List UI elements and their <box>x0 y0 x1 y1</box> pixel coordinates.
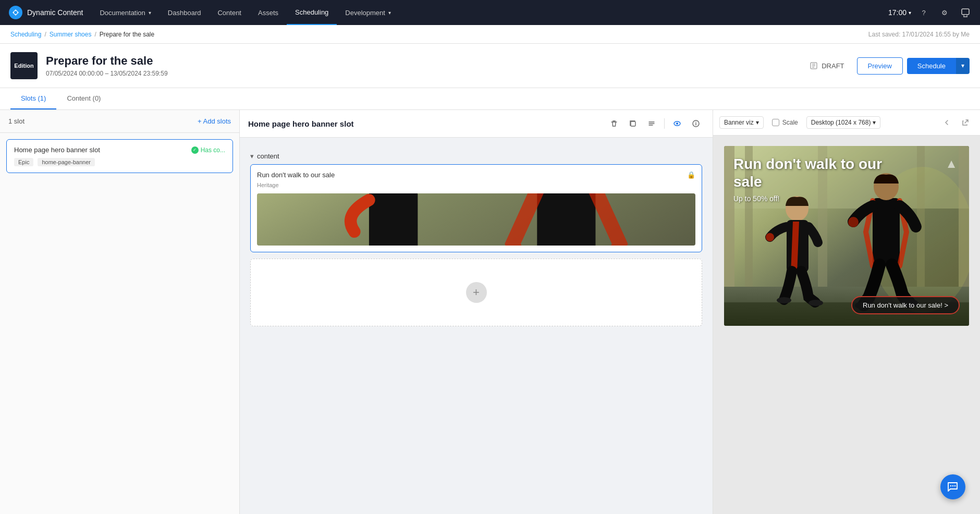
header-right: DRAFT Preview Schedule ▾ <box>801 57 970 75</box>
center-panel-header: Home page hero banner slot <box>240 110 713 138</box>
left-panel-header: 1 slot + Add slots <box>0 110 239 133</box>
schedule-button[interactable]: Schedule <box>907 58 956 74</box>
tab-slots[interactable]: Slots (1) <box>10 88 56 109</box>
section-arrow-icon: ▾ <box>250 152 254 160</box>
viz-select[interactable]: Banner viz ▾ <box>719 116 764 129</box>
action-divider <box>664 118 665 129</box>
scale-checkbox[interactable] <box>772 119 779 126</box>
nav-content[interactable]: Content <box>209 0 250 25</box>
list-icon[interactable] <box>643 115 660 132</box>
external-link-icon[interactable] <box>957 114 974 131</box>
content-cards: Run don't walk to our sale 🔒 Heritage <box>250 164 702 326</box>
breadcrumb: Scheduling / Summer shoes / Prepare for … <box>10 31 154 38</box>
eye-icon[interactable] <box>669 115 685 132</box>
edition-badge: Edition <box>10 52 38 79</box>
nav-assets[interactable]: Assets <box>250 0 287 25</box>
time-arrow-icon: ▾ <box>909 10 911 16</box>
chat-bubble-button[interactable] <box>940 474 965 499</box>
content-card-image <box>257 193 695 246</box>
user-icon[interactable] <box>957 4 974 21</box>
svg-rect-8 <box>631 121 635 126</box>
svg-rect-2 <box>962 9 969 15</box>
breadcrumb-current: Prepare for the sale <box>100 31 154 38</box>
preview-banner: Run don't walk to our sale Up to 50% off… <box>724 146 969 326</box>
section-label: content <box>257 152 279 160</box>
lock-icon: 🔒 <box>687 171 695 179</box>
settings-icon[interactable]: ⚙ <box>936 4 953 21</box>
svg-rect-17 <box>257 193 695 246</box>
breadcrumb-bar: Scheduling / Summer shoes / Prepare for … <box>0 25 980 44</box>
center-slot-title: Home page hero banner slot <box>248 119 354 128</box>
svg-point-49 <box>950 485 951 486</box>
add-content-card[interactable]: + <box>250 259 702 326</box>
right-panel-header: Banner viz ▾ Scale Desktop (1024 x 768) … <box>713 110 980 136</box>
svg-point-51 <box>954 485 956 486</box>
desktop-select[interactable]: Desktop (1024 x 768) ▾ <box>806 116 881 129</box>
has-co-indicator: Has co... <box>191 146 225 154</box>
last-saved-text: Last saved: 17/01/2024 16:55 by Me <box>868 31 970 38</box>
slot-tag-epic: Epic <box>14 158 33 166</box>
content-card-item[interactable]: Run don't walk to our sale 🔒 Heritage <box>250 164 702 252</box>
center-content: ▾ content Run don't walk to our sale 🔒 H… <box>240 138 713 514</box>
preview-area: Run don't walk to our sale Up to 50% off… <box>713 136 980 514</box>
nav-time: 17:00 ▾ <box>888 8 911 17</box>
slot-card[interactable]: Home page hero banner slot Has co... Epi… <box>6 139 233 173</box>
content-card-title: Run don't walk to our sale <box>257 171 335 179</box>
breadcrumb-sep1: / <box>44 31 46 38</box>
scale-toggle[interactable]: Scale <box>768 117 802 128</box>
banner-text: Run don't walk to our sale Up to 50% off… <box>733 155 890 203</box>
slot-tags: Epic home-page-banner <box>14 158 225 166</box>
slot-card-header: Home page hero banner slot Has co... <box>14 146 225 154</box>
nav-right: 17:00 ▾ ? ⚙ <box>888 4 974 21</box>
breadcrumb-sep2: / <box>94 31 96 38</box>
schedule-arrow-button[interactable]: ▾ <box>956 58 970 74</box>
add-slots-button[interactable]: + Add slots <box>198 117 231 125</box>
breadcrumb-scheduling[interactable]: Scheduling <box>10 31 41 38</box>
svg-point-42 <box>777 297 791 303</box>
draft-status: DRAFT <box>801 57 852 75</box>
back-icon[interactable] <box>938 114 955 131</box>
nav-development[interactable]: Development ▾ <box>337 0 399 25</box>
page-title: Prepare for the sale <box>46 54 168 68</box>
preview-button[interactable]: Preview <box>857 57 903 75</box>
right-panel: Banner viz ▾ Scale Desktop (1024 x 768) … <box>713 110 980 514</box>
nav-scheduling[interactable]: Scheduling <box>287 0 337 25</box>
desktop-arrow-icon: ▾ <box>873 119 876 126</box>
header-left: Edition Prepare for the sale 07/05/2024 … <box>10 52 168 79</box>
svg-point-50 <box>952 485 953 486</box>
svg-rect-25 <box>537 193 595 246</box>
content-section: ▾ content Run don't walk to our sale 🔒 H… <box>250 148 702 326</box>
arrow-decoration: ▲ <box>945 156 958 171</box>
has-co-dot <box>191 146 199 154</box>
help-icon[interactable]: ? <box>915 4 932 21</box>
top-nav: Dynamic Content Documentation ▾ Dashboar… <box>0 0 980 25</box>
app-logo[interactable]: Dynamic Content <box>6 5 91 20</box>
info-icon[interactable] <box>688 115 704 132</box>
slot-count: 1 slot <box>8 117 24 125</box>
svg-rect-3 <box>964 15 967 17</box>
svg-point-41 <box>766 233 774 241</box>
nav-documentation[interactable]: Documentation ▾ <box>91 0 159 25</box>
svg-rect-21 <box>369 193 418 246</box>
right-panel-icons <box>938 114 974 131</box>
draft-icon <box>809 61 818 70</box>
svg-point-1 <box>14 11 17 14</box>
page-dates: 07/05/2024 00:00:00 – 13/05/2024 23:59:5… <box>46 70 168 77</box>
svg-point-13 <box>676 123 678 125</box>
svg-point-46 <box>848 217 859 227</box>
nav-dashboard[interactable]: Dashboard <box>160 0 210 25</box>
section-toggle[interactable]: ▾ content <box>250 148 702 164</box>
add-content-button[interactable]: + <box>466 282 487 303</box>
nav-items: Documentation ▾ Dashboard Content Assets… <box>91 0 888 25</box>
delete-icon[interactable] <box>606 115 622 132</box>
nav-doc-arrow: ▾ <box>149 10 151 16</box>
page-header: Edition Prepare for the sale 07/05/2024 … <box>0 44 980 88</box>
page-title-block: Prepare for the sale 07/05/2024 00:00:00… <box>46 54 168 77</box>
viz-arrow-icon: ▾ <box>756 119 759 126</box>
copy-icon[interactable] <box>624 115 641 132</box>
center-panel: Home page hero banner slot <box>240 110 713 514</box>
banner-cta-button[interactable]: Run don't walk to our sale! > <box>851 296 960 314</box>
tab-content[interactable]: Content (0) <box>56 88 111 109</box>
center-panel-actions <box>606 115 704 132</box>
breadcrumb-summer-shoes[interactable]: Summer shoes <box>50 31 92 38</box>
